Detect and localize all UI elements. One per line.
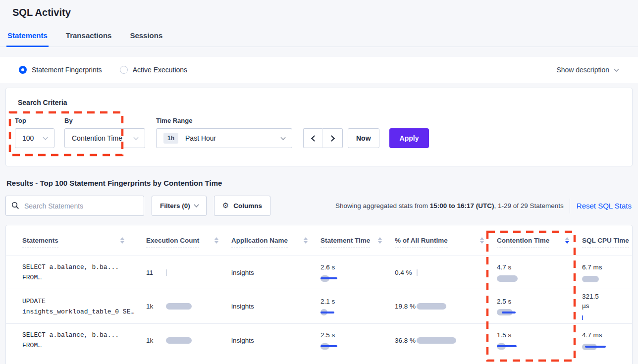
chevron-right-icon [328,135,335,142]
blue-line [320,345,337,347]
runtime-percent-value: 19.8 % [395,302,417,311]
radio-button-icon [120,66,128,74]
cell-bar-chart [320,309,395,316]
statement-time-cell: 2.1 s [320,297,395,316]
gray-bar [497,275,518,282]
cell-bar-chart [417,303,446,310]
column-label: Contention Time [497,237,549,248]
sort-up-triangle [480,237,484,240]
column-header-statements[interactable]: Statements [6,225,146,256]
next-time-button[interactable] [323,128,343,148]
statement-line: SELECT a.balance, b.ba... [22,330,137,340]
column-header-execution-count[interactable]: Execution Count [146,225,231,256]
contention-time-value: 2.5 s [497,297,582,306]
statement-fingerprint-link[interactable]: SELECT a.balance, b.ba...FROM… [22,330,137,351]
apply-button[interactable]: Apply [389,128,429,148]
statement-line: UPDATE [22,296,137,307]
radio-label: Active Executions [133,66,188,74]
application-name-value: insights [231,269,254,276]
sort-icon[interactable] [120,237,124,244]
sort-up-triangle [565,237,569,240]
execution-count-cell: 1k [146,337,231,344]
statement-fingerprint-link[interactable]: UPDATEinsights_workload_table_0 SE… [22,296,137,317]
statement-time-value: 2.6 s [320,263,395,271]
blue-line [320,277,337,279]
column-header-contention-time[interactable]: Contention Time [497,225,582,256]
chevron-down-icon [43,135,48,140]
results-toolbar: Filters (0) ⚙ Columns Showing aggregated… [5,196,633,216]
application-name-cell: insights [231,269,320,276]
statement-time-value: 2.1 s [320,297,395,306]
sort-down-triangle [378,241,382,244]
search-input[interactable] [5,196,144,216]
time-range-select[interactable]: 1h Past Hour [156,128,292,148]
sql-cpu-time-cell: 6.7 ms [582,262,632,282]
time-range-label: Time Range [156,117,292,124]
sort-icon[interactable] [565,237,569,244]
view-toggle: Statement FingerprintsActive Executions [19,66,205,74]
chevron-left-icon [311,135,318,142]
sort-up-triangle [214,237,218,240]
statement-cell: SELECT a.balance, b.ba...FROM… [6,330,146,351]
column-label: Statement Time [320,237,370,248]
cell-bar-chart [166,269,196,276]
sort-up-triangle [304,237,308,240]
cell-bar-chart [582,314,632,321]
tiny-bar [166,269,167,276]
sort-icon[interactable] [214,237,218,244]
radio-button-icon [19,66,27,74]
reset-sql-stats-link[interactable]: Reset SQL Stats [577,202,632,210]
radio-statement-fingerprints[interactable]: Statement Fingerprints [19,66,102,74]
filters-button[interactable]: Filters (0) [152,196,207,216]
previous-time-button[interactable] [303,128,323,148]
column-header-statement-time[interactable]: Statement Time [320,225,395,256]
columns-button[interactable]: ⚙ Columns [214,196,270,216]
by-select[interactable]: Contention Time [64,128,145,148]
cell-bar-chart [320,275,395,282]
chevron-down-icon [614,66,619,71]
time-range-value: Past Hour [185,134,216,142]
tiny-bar [417,269,418,276]
now-button[interactable]: Now [348,128,379,148]
columns-label: Columns [233,202,262,209]
statement-fingerprint-link[interactable]: SELECT a.balance, b.ba...FROM… [22,262,137,283]
table-row: UPDATEinsights_workload_table_0 SE…1kins… [6,289,632,323]
cell-bar-chart [417,337,456,344]
column-header-sql-cpu-time[interactable]: SQL CPU Time [582,225,632,256]
search-criteria-panel: Search Criteria Top 100 By Contention Ti… [5,88,633,166]
statement-line: FROM… [22,272,137,283]
runtime-percent-cell: 0.4 % [395,268,497,277]
sort-icon[interactable] [378,237,382,244]
column-header-of-all-runtime[interactable]: % of All Runtime [395,225,497,256]
sql-cpu-time-value: 321.5 µs [582,292,608,311]
contention-time-cell: 2.5 s [497,297,582,316]
top-field: Top 100 [15,117,54,148]
cell-bar-chart [497,309,582,316]
gray-bar [582,276,599,282]
toolbar-divider [570,199,570,213]
table-row: SELECT a.balance, b.ba...FROM…11insights… [6,256,632,289]
sort-up-triangle [120,237,124,240]
sort-icon[interactable] [304,237,308,244]
sort-icon[interactable] [480,237,484,244]
column-label: % of All Runtime [395,237,448,248]
runtime-percent-cell: 19.8 % [395,302,497,311]
gray-bar [166,303,192,310]
tab-sessions[interactable]: Sessions [129,31,163,47]
tab-statements[interactable]: Statements [6,31,49,47]
cell-bar-chart [582,343,632,350]
page-title: SQL Activity [0,0,638,18]
top-select[interactable]: 100 [15,128,54,148]
tab-transactions[interactable]: Transactions [65,31,113,47]
show-description-toggle[interactable]: Show description [556,66,618,74]
show-description-label: Show description [556,66,609,74]
application-name-value: insights [231,303,254,310]
cell-bar-chart [417,269,446,276]
radio-active-executions[interactable]: Active Executions [120,66,188,74]
column-label: Application Name [231,237,288,248]
tab-bar: StatementsTransactionsSessions [0,31,638,47]
statement-cell: UPDATEinsights_workload_table_0 SE… [6,296,146,317]
column-header-application-name[interactable]: Application Name [231,225,320,256]
execution-count-cell: 1k [146,303,231,310]
search-icon [11,202,19,211]
